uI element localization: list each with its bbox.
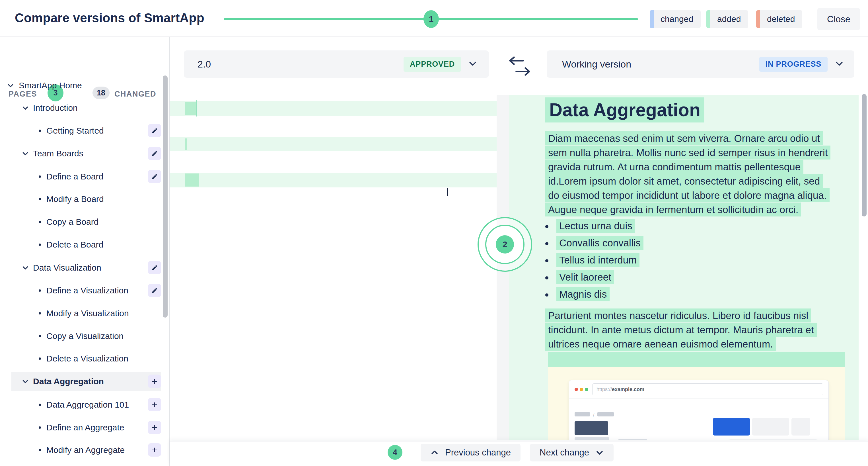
breadcrumb-separator: /	[593, 412, 594, 419]
bullet-icon	[39, 175, 41, 178]
added-placeholder-band	[169, 101, 497, 116]
left-version-content	[169, 95, 497, 440]
chevron-down-icon	[595, 448, 604, 457]
tree-item-label: Data Aggregation	[33, 377, 104, 386]
edited-pencil-icon[interactable]	[148, 261, 161, 274]
deleted-swatch	[756, 10, 760, 28]
close-button[interactable]: Close	[817, 8, 860, 30]
tree-item-introduction[interactable]: Introduction	[0, 100, 161, 116]
tree-item-modify-an-aggregate[interactable]: Modify an Aggregate +	[0, 442, 161, 458]
edited-pencil-icon[interactable]	[148, 147, 161, 160]
paragraph-line: sem nulla pharetra. Mollis nunc sed id s…	[545, 147, 831, 158]
right-version-content: Data Aggregation Diam maecenas sed enim …	[509, 95, 859, 440]
right-version-header[interactable]: Working version IN PROGRESS	[547, 51, 854, 78]
edited-pencil-icon[interactable]	[148, 170, 161, 183]
chevron-down-icon[interactable]	[834, 59, 844, 69]
added-empty-line-highlight	[548, 352, 845, 367]
added-plus-icon[interactable]: +	[148, 398, 161, 411]
tree-item-label: Copy a Board	[46, 217, 98, 227]
image-block: https://example.com /	[548, 367, 845, 440]
change-navigation-bar: 4 Previous change Next change	[169, 441, 868, 466]
doc-heading: Data Aggregation	[545, 99, 704, 120]
chevron-down-icon[interactable]	[22, 150, 29, 158]
tree-item-label: Getting Started	[46, 126, 104, 136]
sidebar-scrollbar[interactable]	[163, 76, 167, 318]
tree-item-label: Define a Visualization	[46, 286, 128, 295]
window-scrollbar[interactable]	[862, 94, 867, 216]
changed-swatch	[650, 10, 654, 28]
tree-item-modify-a-visualization[interactable]: Modify a Visualization	[0, 305, 161, 322]
legend-deleted-label: deleted	[760, 14, 802, 24]
change-marker[interactable]: 2	[477, 217, 532, 272]
mockup-blue-button	[713, 418, 750, 436]
text-cursor	[447, 188, 448, 196]
tree-item-team-boards[interactable]: Team Boards	[0, 145, 161, 162]
added-plus-icon[interactable]: +	[148, 375, 161, 388]
paragraph-line: tincidunt. In ante metus dictum at tempo…	[545, 324, 817, 336]
step-badge-4: 4	[388, 445, 402, 460]
added-placeholder-tick	[196, 100, 197, 117]
paragraph-line: Parturient montes nascetur ridiculus. Li…	[545, 310, 811, 321]
chevron-down-icon	[652, 438, 659, 440]
tree-item-define-an-aggregate[interactable]: Define an Aggregate +	[0, 419, 161, 436]
bullet-icon	[39, 449, 41, 451]
added-swatch	[706, 10, 710, 28]
breadcrumb	[597, 412, 614, 416]
added-placeholder-band	[169, 173, 497, 187]
mockup-search-box	[575, 437, 609, 440]
chevron-down-icon[interactable]	[22, 104, 29, 113]
chevron-down-icon[interactable]	[468, 59, 477, 69]
list-item: Magnis dis	[545, 289, 610, 300]
bullet-icon	[39, 335, 41, 337]
tree-item-data-visualization[interactable]: Data Visualization	[0, 260, 161, 276]
tree-item-smartapp-home[interactable]: SmartApp Home	[0, 77, 161, 94]
next-change-label: Next change	[539, 447, 589, 458]
mockup-primary-block	[575, 421, 608, 435]
paragraph-line: do eiusmod tempor incididunt ut labore e…	[545, 190, 830, 201]
tree-item-delete-a-visualization[interactable]: Delete a Visualization	[0, 350, 161, 367]
tree-item-define-a-board[interactable]: Define a Board	[0, 168, 161, 185]
chevron-down-icon[interactable]	[22, 264, 29, 272]
tree-item-modify-a-board[interactable]: Modify a Board	[0, 191, 161, 207]
added-plus-icon[interactable]: +	[148, 443, 161, 457]
left-version-header[interactable]: 2.0 APPROVED	[184, 51, 489, 78]
right-version-name: Working version	[562, 59, 759, 70]
previous-change-button[interactable]: Previous change	[421, 444, 521, 461]
bullet-icon	[545, 259, 549, 262]
tree-item-label: Define a Board	[46, 172, 103, 181]
top-bar: Compare versions of SmartApp 1 changed a…	[0, 0, 868, 37]
added-plus-icon[interactable]: +	[148, 421, 161, 434]
tree-item-copy-a-board[interactable]: Copy a Board	[0, 214, 161, 230]
bullet-icon	[39, 198, 41, 200]
tree-item-getting-started[interactable]: Getting Started	[0, 122, 161, 139]
bullet-icon	[39, 243, 41, 246]
breadcrumb	[575, 412, 590, 416]
next-change-button[interactable]: Next change	[530, 444, 614, 461]
list-item: Lectus urna duis	[545, 220, 635, 232]
chevron-down-icon[interactable]	[22, 378, 29, 386]
paragraph-line: gravida rutrum. At urna condimentum matt…	[545, 161, 803, 173]
added-placeholder-tick	[185, 139, 187, 150]
edited-pencil-icon[interactable]	[148, 124, 161, 137]
legend-added-label: added	[710, 14, 748, 24]
paragraph-line: ultrices neque ornare aenean euismod ele…	[545, 339, 776, 350]
window-dot-green-icon	[585, 388, 588, 391]
tree-item-data-aggregation-101[interactable]: Data Aggregation 101 +	[0, 397, 161, 413]
legend-changed-label: changed	[654, 14, 701, 24]
url-bar: https://example.com	[592, 383, 823, 396]
edited-pencil-icon[interactable]	[148, 284, 161, 297]
tree-item-delete-a-board[interactable]: Delete a Board	[0, 236, 161, 253]
bullet-icon	[545, 225, 549, 228]
window-dot-yellow-icon	[580, 388, 583, 391]
added-placeholder-block	[185, 102, 197, 115]
tree-item-copy-a-visualization[interactable]: Copy a Visualization	[0, 328, 161, 344]
tree-item-label: SmartApp Home	[19, 81, 82, 90]
chevron-down-icon[interactable]	[7, 82, 14, 90]
tree-item-define-a-visualization[interactable]: Define a Visualization	[0, 282, 161, 299]
swap-versions-icon[interactable]	[506, 56, 533, 78]
tree-item-data-aggregation[interactable]: Data Aggregation +	[0, 373, 161, 390]
tree-item-label: Introduction	[33, 103, 78, 113]
paragraph-line: Diam maecenas sed enim ut sem viverra. O…	[545, 133, 823, 144]
browser-chrome-bar: https://example.com	[569, 380, 829, 399]
tree-item-label: Modify a Board	[46, 194, 104, 204]
